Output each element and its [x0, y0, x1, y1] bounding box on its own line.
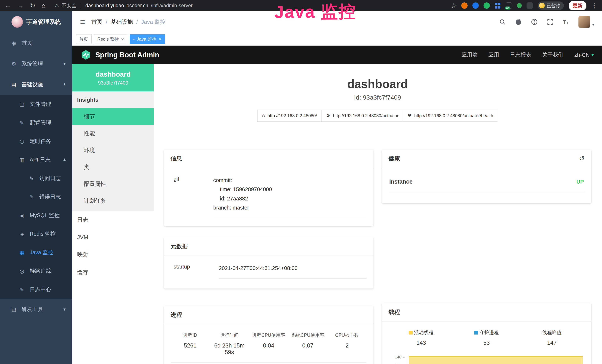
info-card-body: git commit: time: 1596289704000 id: 27aa… — [164, 168, 373, 226]
sidebar-item-system-mgmt[interactable]: ⚙ 系统管理 ▾ — [0, 54, 72, 74]
sba-item-config-props[interactable]: 配置属性 — [72, 176, 154, 193]
git-commit-line: commit: — [213, 176, 367, 185]
sba-nav-applications[interactable]: 应用 — [488, 51, 499, 59]
health-history-icon[interactable]: ↺ — [579, 155, 585, 162]
sba-item-mappings[interactable]: 映射 — [72, 246, 154, 264]
browser-refresh-icon[interactable]: ↻ — [30, 0, 35, 11]
sidebar-item-devtools[interactable]: ▧ 研发工具 ▾ — [0, 299, 72, 320]
sba-nav-wallboard[interactable]: 应用墙 — [462, 51, 478, 59]
tag-close-icon[interactable]: × — [159, 37, 161, 42]
instance-actuator-link[interactable]: ⚙ http://192.168.0.2:48080/actuator — [322, 110, 403, 122]
y-axis-tick: 140 — [389, 355, 405, 360]
breadcrumb-section[interactable]: 基础设施 — [111, 18, 133, 26]
tag-label: Redis 监控 — [97, 36, 119, 42]
address-bar[interactable]: ⚠ 不安全 | dashboard.yudao.iocoder.cn/infra… — [55, 2, 193, 9]
sidebar-item-infrastructure[interactable]: ▤ 基础设施 ▾ — [0, 74, 72, 95]
legend-label: 守护进程 — [479, 329, 499, 336]
threads-legend: 活动线程 143 守护进程 53 线程峰值 147 — [389, 329, 585, 346]
sba-item-metrics[interactable]: 性能 — [72, 125, 154, 142]
health-card: 健康 ↺ Instance UP — [382, 150, 591, 203]
tag-home[interactable]: 首页 — [76, 34, 92, 44]
sba-locale-select[interactable]: zh-CN ▾ — [574, 52, 594, 58]
sidebar-item-api-logs[interactable]: ▥ API 日志 ▾ — [0, 150, 72, 169]
breadcrumb-current: Java 监控 — [141, 18, 166, 26]
extension-icon-drop[interactable] — [473, 2, 479, 9]
sba-item-scheduled-tasks[interactable]: 计划任务 — [72, 193, 154, 209]
sba-item-jvm[interactable]: JVM — [72, 229, 154, 246]
sba-brand[interactable]: Spring Boot Admin — [80, 50, 159, 60]
process-metric-label: 系统CPU使用率 — [288, 332, 328, 338]
url-domain[interactable]: dashboard.yudao.iocoder.cn — [85, 3, 148, 9]
extension-icon-grid[interactable] — [495, 2, 501, 9]
sba-nav-journal[interactable]: 日志报表 — [510, 51, 531, 59]
sba-brand-name: Spring Boot Admin — [95, 51, 159, 59]
sidebar-item-access-logs[interactable]: ✎ 访问日志 — [0, 169, 72, 188]
breadcrumb-home[interactable]: 首页 — [91, 18, 103, 26]
extension-icon-green[interactable] — [484, 2, 490, 9]
browser-home-icon[interactable]: ⌂ — [42, 0, 46, 11]
browser-back-icon[interactable]: ← — [5, 0, 11, 11]
sidebar-item-home[interactable]: ◉ 首页 — [0, 33, 72, 54]
github-icon[interactable] — [515, 18, 522, 26]
paused-badge[interactable]: 已暂停 — [538, 1, 564, 10]
font-size-icon[interactable]: T T — [562, 18, 570, 26]
health-instance-row: Instance UP — [389, 176, 585, 192]
sidebar-item-tracing[interactable]: ◎ 链路追踪 — [0, 262, 72, 280]
extension-icon-leaf[interactable] — [517, 3, 522, 8]
tag-redis-monitor[interactable]: Redis 监控 × — [94, 34, 127, 44]
y-axis-tick: 120 — [389, 363, 405, 364]
browser-forward-icon[interactable]: → — [17, 0, 24, 11]
address-divider: | — [79, 3, 83, 9]
extension-icon-orange[interactable] — [461, 2, 468, 9]
sidebar-item-scheduled-jobs[interactable]: ◷ 定时任务 — [0, 132, 72, 150]
sba-nav-about[interactable]: 关于我们 — [542, 51, 564, 59]
sba-item-classes[interactable]: 类 — [72, 159, 154, 176]
tag-java-monitor[interactable]: ● Java 监控 × — [129, 34, 165, 44]
sba-item-logs[interactable]: 日志 — [72, 211, 154, 229]
sba-item-environment[interactable]: 环境 — [72, 142, 154, 159]
sba-content: dashboard Id: 93a3fc7f7409 ⌂ http://192.… — [154, 64, 602, 364]
search-icon[interactable] — [499, 18, 506, 26]
info-value: commit: time: 1596289704000 id: 27aa832 … — [213, 176, 367, 218]
sidebar-item-error-logs[interactable]: ✎ 错误日志 — [0, 188, 72, 206]
process-metric-value: 2 — [327, 342, 367, 349]
process-metric-label: CPU核心数 — [327, 332, 367, 338]
heart-icon: ❤ — [408, 113, 412, 118]
process-metric-value: 0.04 — [249, 342, 288, 349]
hamburger-icon[interactable]: ≡ — [80, 17, 85, 27]
sidebar-item-java-monitor[interactable]: ▦ Java 监控 — [0, 243, 72, 262]
sidebar-item-label: API 日志 — [30, 156, 51, 163]
info-card: 信息 git commit: time: 1596289704000 id: 2… — [164, 150, 373, 226]
security-label[interactable]: 不安全 — [62, 2, 76, 9]
sba-item-details[interactable]: 细节 — [72, 108, 154, 125]
extension-icon-switch[interactable]: on — [506, 2, 512, 9]
health-card-title: 健康 — [389, 155, 400, 162]
sidebar-item-redis-monitor[interactable]: ◈ Redis 监控 — [0, 225, 72, 243]
tag-close-icon[interactable]: × — [121, 37, 124, 42]
instance-home-link[interactable]: ⌂ http://192.168.0.2:48080/ — [257, 110, 322, 122]
fullscreen-icon[interactable] — [547, 18, 554, 26]
health-status-badge: UP — [576, 179, 584, 185]
process-cpu: 进程CPU使用率 0.04 — [249, 332, 288, 356]
sidebar-item-mysql-monitor[interactable]: ▣ MySQL 监控 — [0, 206, 72, 225]
sidebar-item-file-mgmt[interactable]: ▢ 文件管理 — [0, 95, 72, 114]
svg-text:T: T — [563, 20, 566, 25]
sidebar-item-label: 文件管理 — [30, 100, 51, 108]
git-time-line: time: 1596289704000 — [213, 185, 367, 194]
user-menu[interactable]: ▾ — [579, 16, 594, 28]
bookmark-star-icon[interactable]: ☆ — [451, 0, 456, 11]
info-card-header: 信息 — [164, 150, 373, 168]
sidebar-item-config-mgmt[interactable]: ✎ 配置管理 — [0, 114, 72, 132]
metadata-value: 2021-04-27T00:44:31.254+08:00 — [219, 264, 367, 278]
gear-icon: ⚙ — [10, 61, 17, 67]
url-path[interactable]: /infra/admin-server — [151, 3, 193, 9]
sidebar-item-log-center[interactable]: ✎ 日志中心 — [0, 280, 72, 299]
sba-insights-title: Insights — [72, 91, 154, 108]
help-icon[interactable] — [531, 18, 538, 26]
instance-health-link[interactable]: ❤ http://192.168.0.2:48080/actuator/heal… — [403, 110, 498, 122]
sba-instance-block[interactable]: dashboard 93a3fc7f7409 — [72, 64, 154, 91]
chrome-menu-icon[interactable]: ⋮ — [591, 2, 597, 9]
extensions-puzzle-icon[interactable] — [527, 2, 533, 9]
sba-item-caches[interactable]: 缓存 — [72, 264, 154, 281]
chrome-update-button[interactable]: 更新 — [569, 1, 586, 11]
